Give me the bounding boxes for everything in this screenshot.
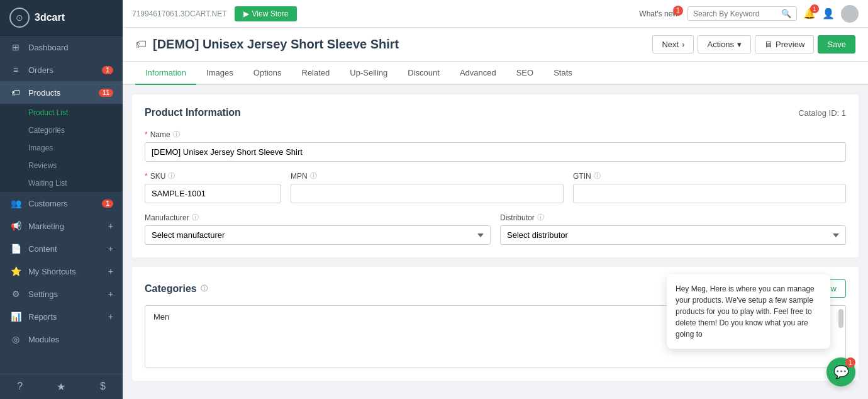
next-chevron-icon: › [682,40,684,49]
gtin-input[interactable] [573,184,846,203]
sidebar-sub-product-list[interactable]: Product List [0,104,123,121]
sku-input[interactable] [145,184,281,203]
sidebar-sub-reviews[interactable]: Reviews [0,157,123,174]
sidebar-item-my-shortcuts[interactable]: ⭐ My Shortcuts + [0,260,123,283]
logo-icon: ⊙ [9,8,30,28]
name-input[interactable] [145,142,846,162]
product-info-section: Product Information Catalog ID: 1 * Name… [132,94,859,257]
customers-badge: 1 [102,200,113,208]
marketing-expand-icon: + [108,221,113,231]
sidebar-logo[interactable]: ⊙ 3dcart [0,0,123,36]
tab-information[interactable]: Information [135,62,196,85]
tab-up-selling[interactable]: Up-Selling [340,62,398,85]
tab-stats[interactable]: Stats [543,62,582,85]
chat-tooltip: Hey Meg, Here is where you can manage yo… [667,274,830,349]
page-actions: Next › Actions ▾ 🖥 Preview Save [652,35,855,53]
distributor-info-icon[interactable]: ⓘ [537,213,544,222]
logo-text: 3dcart [35,12,65,23]
sidebar-item-marketing[interactable]: 📢 Marketing + [0,215,123,237]
sidebar-item-products[interactable]: 🏷 Products 11 [0,81,123,104]
sidebar-sub-images[interactable]: Images [0,139,123,157]
page-title-icon: 🏷 [135,38,147,51]
sku-col: * SKU ⓘ [145,171,281,203]
save-button[interactable]: Save [818,35,855,53]
sidebar-item-reports[interactable]: 📊 Reports + [0,305,123,328]
help-icon[interactable]: ? [17,381,23,393]
search-icon: 🔍 [781,9,791,18]
chat-fab-button[interactable]: 💬 1 [826,357,855,386]
mpn-info-icon[interactable]: ⓘ [310,171,317,181]
orders-badge: 1 [102,66,113,74]
name-info-icon[interactable]: ⓘ [173,130,180,139]
actions-button[interactable]: Actions ▾ [698,35,751,53]
sidebar: ⊙ 3dcart ⊞ Dashboard ≡ Orders 1 🏷 Produc… [0,0,123,399]
product-tabs: Information Images Options Related Up-Se… [123,62,868,85]
sidebar-item-label: My Shortcuts [28,267,108,276]
settings-expand-icon: + [108,289,113,299]
manufacturer-select[interactable]: Select manufacturer [145,225,491,245]
preview-button[interactable]: 🖥 Preview [755,35,814,53]
dashboard-icon: ⊞ [9,42,22,52]
distributor-col: Distributor ⓘ Select distributor [500,213,846,245]
products-icon: 🏷 [9,87,22,98]
sidebar-item-label: Customers [28,199,102,208]
section-header: Product Information Catalog ID: 1 [145,107,846,118]
whats-new-link[interactable]: What's new 1 [639,9,678,18]
gtin-label: GTIN ⓘ [573,171,846,181]
billing-icon[interactable]: $ [100,381,106,393]
manufacturer-info-icon[interactable]: ⓘ [192,213,199,222]
tab-advanced[interactable]: Advanced [450,62,506,85]
settings-icon: ⚙ [9,289,22,299]
name-label: * Name ⓘ [145,130,846,139]
search-box[interactable]: 🔍 [687,6,797,21]
mpn-input[interactable] [291,184,564,203]
mpn-label: MPN ⓘ [291,171,564,181]
sidebar-item-label: Orders [28,65,102,75]
sku-info-icon[interactable]: ⓘ [168,171,175,181]
manufacturer-distributor-row: Manufacturer ⓘ Select manufacturer Distr… [145,213,846,245]
content-expand-icon: + [108,244,113,254]
view-store-button[interactable]: ▶ View Store [235,6,298,21]
sidebar-sub-categories[interactable]: Categories [0,121,123,139]
favorites-icon[interactable]: ★ [57,381,65,393]
notification-badge: 1 [810,4,819,13]
sidebar-sub-waiting-list[interactable]: Waiting List [0,174,123,192]
page-header: 🏷 [DEMO] Unisex Jersey Short Sleeve Shir… [123,28,868,62]
categories-info-icon[interactable]: ⓘ [201,284,208,293]
reports-icon: 📊 [9,312,22,322]
sidebar-item-customers[interactable]: 👥 Customers 1 [0,192,123,215]
tab-images[interactable]: Images [196,62,243,85]
tab-seo[interactable]: SEO [506,62,543,85]
scrollbar-thumb [838,309,843,328]
gtin-info-icon[interactable]: ⓘ [594,171,601,181]
content-icon: 📄 [9,244,22,254]
avatar[interactable] [841,5,859,23]
manufacturer-col: Manufacturer ⓘ Select manufacturer [145,213,491,245]
manufacturer-label: Manufacturer ⓘ [145,213,491,222]
search-input[interactable] [693,9,781,18]
modules-icon: ◎ [9,334,22,344]
tab-options[interactable]: Options [243,62,292,85]
notification-icon[interactable]: 🔔 1 [803,8,816,20]
topbar-domain: 71994617061.3DCART.NET [132,9,227,18]
user-icon[interactable]: 👤 [822,8,835,20]
sidebar-item-settings[interactable]: ⚙ Settings + [0,283,123,305]
next-button[interactable]: Next › [652,35,694,53]
shortcuts-icon: ⭐ [9,266,22,276]
marketing-icon: 📢 [9,221,22,231]
sidebar-item-orders[interactable]: ≡ Orders 1 [0,59,123,81]
tab-related[interactable]: Related [292,62,340,85]
reports-expand-icon: + [108,312,113,322]
section-title: Product Information [145,107,241,118]
preview-icon: 🖥 [764,40,772,49]
name-field-group: * Name ⓘ [145,130,846,162]
sidebar-item-modules[interactable]: ◎ Modules [0,328,123,351]
categories-title: Categories ⓘ [145,283,208,295]
tab-discount[interactable]: Discount [398,62,450,85]
distributor-select[interactable]: Select distributor [500,225,846,245]
sidebar-item-content[interactable]: 📄 Content + [0,237,123,260]
sidebar-bottom-bar: ? ★ $ [0,374,123,399]
required-star: * [145,172,148,181]
shortcuts-expand-icon: + [108,266,113,276]
sidebar-item-dashboard[interactable]: ⊞ Dashboard [0,36,123,59]
